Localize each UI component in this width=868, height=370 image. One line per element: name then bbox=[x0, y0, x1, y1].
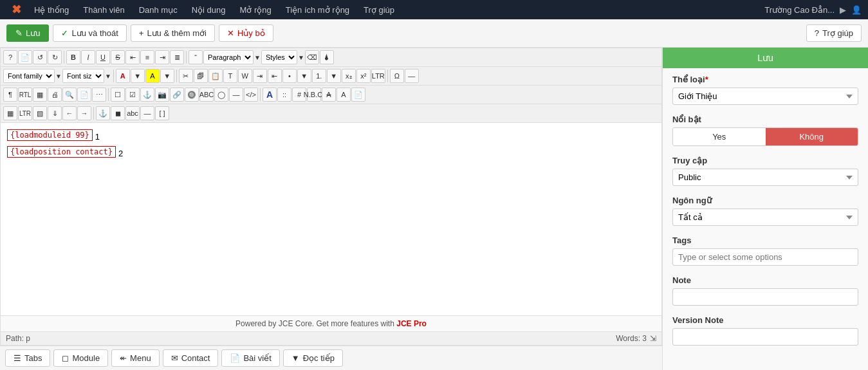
nonbreaking-icon[interactable]: ☐ bbox=[111, 88, 125, 102]
font-family-select[interactable]: Font family bbox=[3, 69, 55, 83]
h-rule-icon[interactable]: — bbox=[229, 88, 243, 102]
tab-tabs[interactable]: ☰ Tabs bbox=[5, 349, 50, 367]
nav-item-morong[interactable]: Mở rộng bbox=[233, 3, 277, 17]
tab-menu[interactable]: ↞ Menu bbox=[111, 349, 160, 367]
styles-select[interactable]: Styles bbox=[261, 50, 297, 64]
input-icon[interactable]: ◯ bbox=[214, 88, 228, 102]
font-size-select[interactable]: Font size bbox=[62, 69, 104, 83]
hr-icon[interactable]: — bbox=[405, 69, 419, 83]
spellcheck2-icon[interactable]: abc bbox=[125, 106, 140, 120]
rtl-icon[interactable]: RTL bbox=[18, 88, 32, 102]
cut-icon[interactable]: ✂ bbox=[179, 69, 193, 83]
ltr-icon[interactable]: LTR bbox=[371, 69, 385, 83]
sub-icon[interactable]: x₂ bbox=[342, 69, 356, 83]
tab-contact[interactable]: ✉ Contact bbox=[163, 349, 219, 367]
tags-input[interactable] bbox=[672, 248, 858, 266]
search-icon[interactable]: 🔍 bbox=[62, 88, 77, 102]
logo[interactable]: ✖ bbox=[6, 3, 26, 17]
paste-word-icon[interactable]: W bbox=[238, 69, 252, 83]
version-note-input[interactable] bbox=[672, 328, 858, 346]
big-A-icon[interactable]: A bbox=[263, 88, 277, 102]
redo-icon[interactable]: ↻ bbox=[48, 50, 62, 64]
code-block-icon[interactable]: N.B.C. bbox=[307, 88, 321, 102]
strikeA-icon[interactable]: A bbox=[322, 88, 336, 102]
table-icon[interactable]: ▦ bbox=[33, 88, 47, 102]
nav-item-tienich[interactable]: Tiện ích mở rộng bbox=[279, 3, 356, 17]
truy-cap-select[interactable]: Public Registered Special bbox=[672, 169, 858, 186]
jce-pro-link[interactable]: JCE Pro bbox=[396, 319, 427, 328]
clear-format-icon[interactable]: ⌫ bbox=[305, 50, 319, 64]
ol-arrow[interactable]: ▼ bbox=[327, 69, 341, 83]
save-new-button[interactable]: + Lưu & thêm mới bbox=[131, 24, 215, 42]
spellcheck-icon[interactable]: ABC bbox=[199, 88, 214, 102]
bracket-icon[interactable]: [ ] bbox=[155, 106, 169, 120]
highlight-arrow[interactable]: ▼ bbox=[160, 69, 174, 83]
khong-button[interactable]: Không bbox=[766, 128, 858, 145]
table2-icon[interactable]: ▦ bbox=[3, 106, 17, 120]
ol-icon[interactable]: 1. bbox=[312, 69, 326, 83]
down-icon[interactable]: ⇓ bbox=[48, 106, 62, 120]
cell-icon[interactable]: ▧ bbox=[33, 106, 47, 120]
pagebreak-icon[interactable]: ☑ bbox=[125, 88, 140, 102]
help-button[interactable]: ? Trợ giúp bbox=[806, 24, 862, 42]
the-loai-select[interactable]: Giới Thiệu Tin tức Sự kiện bbox=[672, 88, 858, 105]
nav-item-hesystem[interactable]: Hệ thống bbox=[28, 3, 75, 17]
anchor-icon[interactable]: ⚓ bbox=[140, 88, 154, 102]
fullscreen-icon[interactable]: 📄 bbox=[351, 88, 365, 102]
outdent-icon[interactable]: ⇤ bbox=[268, 69, 282, 83]
editor-content[interactable]: {loadmoduleid 99} 1 {loadposition contac… bbox=[1, 123, 661, 315]
help-tb-icon[interactable]: ? bbox=[3, 50, 17, 64]
code-icon[interactable]: </> bbox=[244, 88, 258, 102]
more-btn[interactable]: ⋯ bbox=[92, 88, 106, 102]
paste-text-icon[interactable]: T bbox=[223, 69, 237, 83]
anchor2-icon[interactable]: ⚓ bbox=[96, 106, 110, 120]
ul-arrow[interactable]: ▼ bbox=[297, 69, 311, 83]
cancel-button[interactable]: ✕ Hủy bỏ bbox=[219, 24, 273, 42]
A2-icon[interactable]: A bbox=[337, 88, 351, 102]
align-left-icon[interactable]: ⇤ bbox=[125, 50, 140, 64]
highlight-icon[interactable]: A bbox=[145, 69, 160, 83]
template-icon[interactable]: 📄 bbox=[77, 88, 91, 102]
yes-button[interactable]: Yes bbox=[673, 128, 766, 145]
underline-icon[interactable]: U bbox=[96, 50, 110, 64]
note-input[interactable] bbox=[672, 288, 858, 306]
tab-module[interactable]: ◻ Module bbox=[53, 349, 108, 367]
sup-icon[interactable]: x² bbox=[356, 69, 371, 83]
special-char-icon[interactable]: Ω bbox=[390, 69, 404, 83]
copy-icon[interactable]: 🗐 bbox=[194, 69, 208, 83]
save-button[interactable]: ✎ Lưu bbox=[6, 24, 49, 42]
italic-icon[interactable]: I bbox=[81, 50, 95, 64]
prev-icon[interactable]: ← bbox=[62, 106, 77, 120]
save-close-button[interactable]: ✓ Lưu và thoát bbox=[53, 24, 126, 42]
undo-icon[interactable]: ↺ bbox=[33, 50, 47, 64]
nav-item-trogiup[interactable]: Trợ giúp bbox=[357, 3, 401, 17]
link-icon[interactable]: 🔗 bbox=[170, 88, 184, 102]
user-link[interactable]: Trường Cao Đẳn... bbox=[764, 5, 835, 15]
next-icon[interactable]: → bbox=[77, 106, 91, 120]
ltr2-icon[interactable]: LTR bbox=[18, 106, 32, 120]
img2-icon[interactable]: ◼ bbox=[111, 106, 125, 120]
rp-save-button[interactable]: Lưu bbox=[663, 48, 868, 68]
indent-icon[interactable]: ⇥ bbox=[253, 69, 267, 83]
blockquote-icon[interactable]: “ bbox=[189, 50, 203, 64]
tab-baiviet[interactable]: 📄 Bài viết bbox=[221, 349, 279, 367]
paragraph-select[interactable]: Paragraph bbox=[203, 50, 254, 64]
new-doc-icon[interactable]: 📄 bbox=[18, 50, 32, 64]
minus-icon[interactable]: — bbox=[140, 106, 154, 120]
font-color-icon[interactable]: A bbox=[116, 69, 130, 83]
ul-icon[interactable]: • bbox=[282, 69, 297, 83]
show-blocks-icon[interactable]: ¶ bbox=[3, 88, 17, 102]
unlink-icon[interactable]: 🔘 bbox=[185, 88, 199, 102]
paint-icon[interactable]: 🌢 bbox=[320, 50, 334, 64]
bold-icon[interactable]: B bbox=[66, 50, 80, 64]
resize-handle-icon[interactable]: ⇲ bbox=[650, 334, 656, 343]
nav-item-danhmuc[interactable]: Danh mục bbox=[133, 3, 184, 17]
align-right-icon[interactable]: ⇥ bbox=[155, 50, 169, 64]
paste-icon[interactable]: 📋 bbox=[208, 69, 223, 83]
nav-item-thanhvien[interactable]: Thành viên bbox=[77, 3, 131, 17]
tab-doctiep[interactable]: ▼ Đọc tiếp bbox=[283, 349, 343, 367]
print-icon[interactable]: 🖨 bbox=[48, 88, 62, 102]
colon-icon[interactable]: :: bbox=[277, 88, 291, 102]
align-justify-icon[interactable]: ≣ bbox=[170, 50, 184, 64]
ngon-ngu-select[interactable]: Tất cả Tiếng Việt English bbox=[672, 208, 858, 226]
